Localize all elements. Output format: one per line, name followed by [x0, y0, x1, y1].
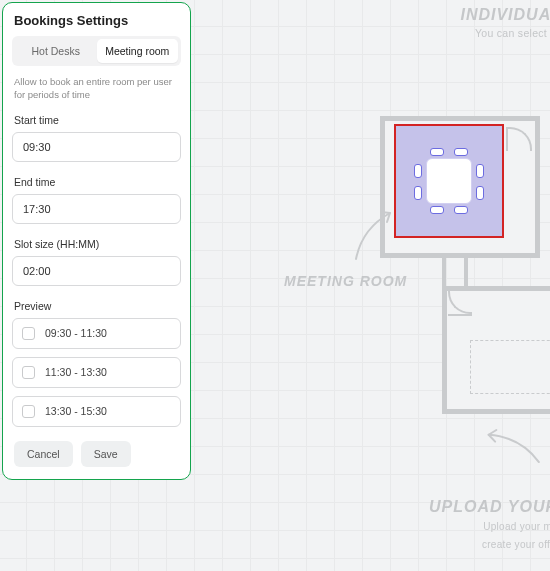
- panel-description: Allow to book an entire room per user fo…: [12, 76, 181, 102]
- end-time-label: End time: [14, 176, 181, 188]
- room-connector: [442, 258, 468, 288]
- end-time-input[interactable]: [12, 194, 181, 224]
- cancel-button[interactable]: Cancel: [14, 441, 73, 467]
- panel-actions: Cancel Save: [12, 441, 181, 467]
- upload-title: Upload your: [368, 498, 550, 516]
- slot-time: 13:30 - 15:30: [45, 405, 107, 417]
- preview-label: Preview: [14, 300, 181, 312]
- meeting-room-label: Meeting room: [284, 273, 407, 289]
- start-time-input[interactable]: [12, 132, 181, 162]
- room-highlight: [394, 124, 504, 238]
- tab-hot-desks[interactable]: Hot Desks: [15, 39, 97, 63]
- tab-group: Hot Desks Meeting room: [12, 36, 181, 66]
- checkbox-icon[interactable]: [22, 405, 35, 418]
- arrow-icon: [350, 205, 398, 263]
- start-time-label: Start time: [14, 114, 181, 126]
- individual-subtitle: You can select yo: [362, 27, 550, 39]
- upload-map-header: Upload your Upload your ma create your o…: [368, 498, 550, 552]
- preview-slot[interactable]: 09:30 - 11:30: [12, 318, 181, 349]
- preview-slot[interactable]: 13:30 - 15:30: [12, 396, 181, 427]
- slot-size-label: Slot size (HH:MM): [14, 238, 181, 250]
- preview-slot-list: 09:30 - 11:30 11:30 - 13:30 13:30 - 15:3…: [12, 318, 181, 427]
- slot-time: 11:30 - 13:30: [45, 366, 107, 378]
- save-button[interactable]: Save: [81, 441, 131, 467]
- dashed-placeholder: [470, 340, 550, 394]
- table-with-chairs-icon: [418, 150, 480, 212]
- checkbox-icon[interactable]: [22, 366, 35, 379]
- tab-meeting-room[interactable]: Meeting room: [97, 39, 179, 63]
- preview-slot[interactable]: 11:30 - 13:30: [12, 357, 181, 388]
- bookings-settings-panel: Bookings Settings Hot Desks Meeting room…: [2, 2, 191, 480]
- slot-time: 09:30 - 11:30: [45, 327, 107, 339]
- slot-size-input[interactable]: [12, 256, 181, 286]
- door-icon: [448, 292, 472, 316]
- individual-desk-header: Individual You can select yo: [362, 6, 550, 39]
- upload-subtitle-2: create your offic: [368, 538, 550, 552]
- individual-title: Individual: [362, 6, 550, 24]
- panel-title: Bookings Settings: [12, 13, 181, 28]
- checkbox-icon[interactable]: [22, 327, 35, 340]
- upload-subtitle-1: Upload your ma: [368, 520, 550, 534]
- door-icon: [506, 127, 530, 151]
- meeting-room-graphic: [380, 116, 548, 258]
